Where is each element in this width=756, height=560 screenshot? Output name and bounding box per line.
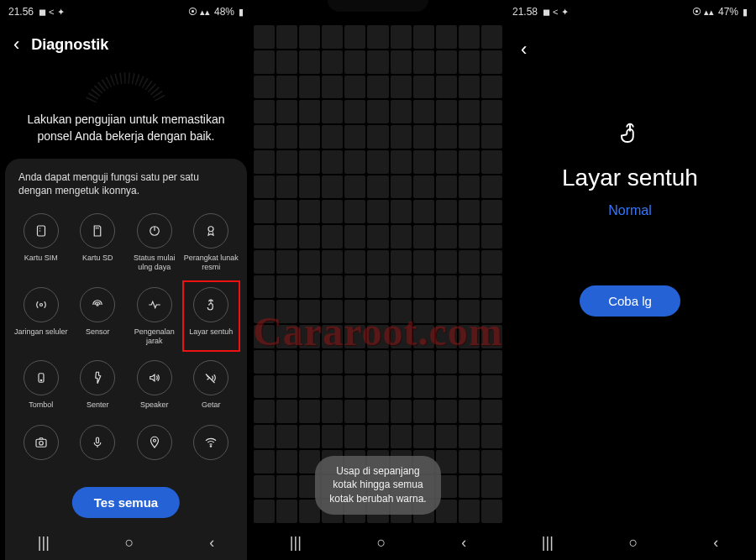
touch-cell[interactable] — [436, 50, 457, 74]
touch-cell[interactable] — [367, 250, 388, 274]
touch-cell[interactable] — [254, 450, 275, 474]
diagnostic-item-proximity[interactable]: Pengenalan jarak — [127, 284, 182, 349]
touch-cell[interactable] — [459, 500, 480, 523]
touch-cell[interactable] — [459, 125, 480, 149]
diagnostic-item-sim[interactable]: Kartu SIM — [13, 210, 69, 275]
touch-cell[interactable] — [367, 300, 388, 323]
touch-cell[interactable] — [391, 375, 412, 399]
touch-cell[interactable] — [344, 200, 365, 223]
touch-cell[interactable] — [459, 300, 480, 323]
touch-cell[interactable] — [436, 175, 457, 199]
touch-cell[interactable] — [322, 50, 343, 74]
touch-cell[interactable] — [481, 350, 502, 374]
touch-cell[interactable] — [436, 125, 457, 149]
touch-cell[interactable] — [391, 300, 412, 323]
touch-cell[interactable] — [391, 125, 412, 149]
touch-cell[interactable] — [436, 200, 457, 223]
touch-cell[interactable] — [413, 150, 434, 174]
touch-cell[interactable] — [276, 425, 297, 448]
touch-cell[interactable] — [459, 225, 480, 249]
touch-cell[interactable] — [322, 275, 343, 299]
touch-cell[interactable] — [276, 400, 297, 423]
touch-cell[interactable] — [276, 225, 297, 249]
touch-cell[interactable] — [459, 275, 480, 299]
touch-cell[interactable] — [299, 425, 320, 448]
touch-cell[interactable] — [299, 150, 320, 174]
touch-cell[interactable] — [436, 250, 457, 274]
touch-cell[interactable] — [413, 300, 434, 323]
touch-cell[interactable] — [276, 450, 297, 474]
touch-cell[interactable] — [254, 400, 275, 423]
touch-cell[interactable] — [413, 350, 434, 374]
touch-cell[interactable] — [276, 25, 297, 49]
touch-cell[interactable] — [344, 350, 365, 374]
touch-cell[interactable] — [391, 50, 412, 74]
touch-cell[interactable] — [254, 25, 275, 49]
touch-cell[interactable] — [299, 275, 320, 299]
touch-cell[interactable] — [459, 50, 480, 74]
diagnostic-item-speaker[interactable]: Speaker — [127, 357, 182, 413]
touch-cell[interactable] — [344, 325, 365, 348]
touch-cell[interactable] — [276, 300, 297, 323]
touch-cell[interactable] — [254, 76, 275, 99]
touch-cell[interactable] — [413, 425, 434, 448]
touch-cell[interactable] — [367, 175, 388, 199]
touch-cell[interactable] — [367, 100, 388, 123]
touch-cell[interactable] — [367, 150, 388, 174]
retry-button[interactable]: Coba lg — [580, 285, 680, 317]
touch-cell[interactable] — [391, 425, 412, 448]
touch-cell[interactable] — [459, 375, 480, 399]
touch-cell[interactable] — [413, 200, 434, 223]
touch-cell[interactable] — [299, 125, 320, 149]
touch-cell[interactable] — [391, 200, 412, 223]
touch-cell[interactable] — [322, 250, 343, 274]
touch-cell[interactable] — [367, 25, 388, 49]
touch-cell[interactable] — [299, 325, 320, 348]
touch-cell[interactable] — [367, 76, 388, 99]
touch-cell[interactable] — [481, 25, 502, 49]
touch-cell[interactable] — [481, 150, 502, 174]
touch-cell[interactable] — [276, 100, 297, 123]
touch-cell[interactable] — [322, 200, 343, 223]
touch-cell[interactable] — [413, 175, 434, 199]
touch-cell[interactable] — [413, 76, 434, 99]
touch-cell[interactable] — [391, 100, 412, 123]
touch-cell[interactable] — [391, 225, 412, 249]
nav-home[interactable]: ○ — [377, 534, 386, 552]
nav-recents[interactable]: ||| — [290, 534, 302, 552]
touch-cell[interactable] — [481, 200, 502, 223]
touch-cell[interactable] — [276, 475, 297, 499]
diagnostic-item-mic[interactable] — [71, 421, 126, 468]
touch-cell[interactable] — [436, 100, 457, 123]
touch-cell[interactable] — [459, 450, 480, 474]
touch-cell[interactable] — [254, 500, 275, 523]
diagnostic-item-flash[interactable]: Senter — [71, 357, 126, 413]
nav-recents[interactable]: ||| — [38, 534, 50, 552]
touch-cell[interactable] — [413, 375, 434, 399]
touch-cell[interactable] — [481, 375, 502, 399]
touch-cell[interactable] — [367, 375, 388, 399]
nav-home[interactable]: ○ — [125, 534, 134, 552]
touch-cell[interactable] — [254, 300, 275, 323]
touch-cell[interactable] — [459, 350, 480, 374]
diagnostic-item-touch[interactable]: Layar sentuh — [184, 284, 239, 349]
touch-grid[interactable] — [252, 24, 504, 525]
touch-cell[interactable] — [322, 350, 343, 374]
touch-cell[interactable] — [276, 325, 297, 348]
touch-cell[interactable] — [254, 200, 275, 223]
touch-cell[interactable] — [276, 50, 297, 74]
diagnostic-item-location[interactable] — [127, 421, 182, 468]
touch-cell[interactable] — [459, 425, 480, 448]
diagnostic-item-sd[interactable]: Kartu SD — [71, 210, 126, 275]
touch-cell[interactable] — [254, 225, 275, 249]
touch-cell[interactable] — [344, 425, 365, 448]
touch-cell[interactable] — [436, 425, 457, 448]
touch-cell[interactable] — [391, 400, 412, 423]
diagnostic-item-vibrate[interactable]: Getar — [184, 357, 239, 413]
touch-cell[interactable] — [391, 150, 412, 174]
touch-cell[interactable] — [391, 325, 412, 348]
touch-cell[interactable] — [344, 76, 365, 99]
touch-cell[interactable] — [344, 300, 365, 323]
touch-cell[interactable] — [299, 50, 320, 74]
touch-cell[interactable] — [367, 325, 388, 348]
